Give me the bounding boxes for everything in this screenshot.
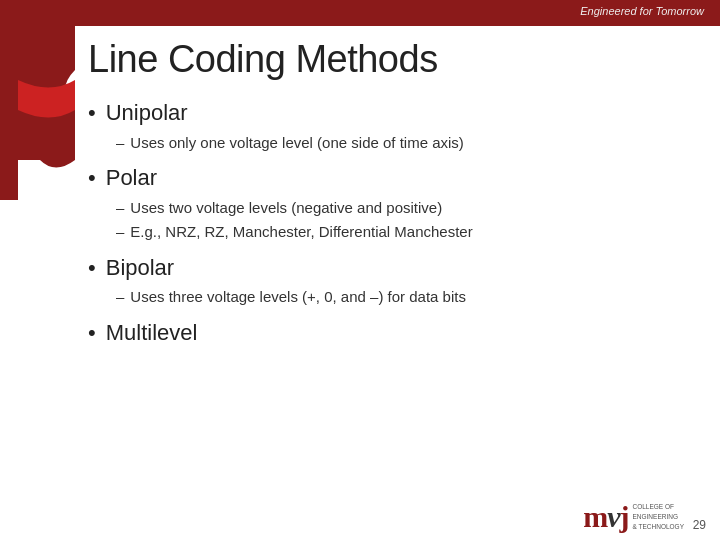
- bullet-dot-3: •: [88, 254, 96, 283]
- bullet-dot-1: •: [88, 99, 96, 128]
- bullet-multilevel: • Multilevel: [88, 319, 690, 348]
- sub-bullet-bipolar-1: – Uses three voltage levels (+, 0, and –…: [116, 286, 690, 309]
- bullet-unipolar: • Unipolar – Uses only one voltage level…: [88, 99, 690, 154]
- logo-letters: mvj: [583, 502, 628, 532]
- sub-text-polar-1: Uses two voltage levels (negative and po…: [130, 197, 442, 220]
- slide-content: Line Coding Methods • Unipolar – Uses on…: [68, 28, 720, 540]
- logo-area: mvj COLLEGE OF ENGINEERING & TECHNOLOGY: [583, 502, 684, 532]
- page-number: 29: [693, 518, 706, 532]
- bullet-dot-2: •: [88, 164, 96, 193]
- sub-bullet-unipolar-1: – Uses only one voltage level (one side …: [116, 132, 690, 155]
- bullet-label-unipolar: Unipolar: [106, 99, 188, 128]
- bullet-dot-4: •: [88, 319, 96, 348]
- bullet-polar: • Polar – Uses two voltage levels (negat…: [88, 164, 690, 244]
- sub-text-unipolar-1: Uses only one voltage level (one side of…: [130, 132, 464, 155]
- header-tagline: Engineered for Tomorrow: [580, 5, 704, 17]
- left-accent-shape: [0, 0, 75, 200]
- bullet-label-bipolar: Bipolar: [106, 254, 174, 283]
- sub-bullet-polar-2: – E.g., NRZ, RZ, Manchester, Differentia…: [116, 221, 690, 244]
- sub-text-bipolar-1: Uses three voltage levels (+, 0, and –) …: [130, 286, 466, 309]
- bullet-bipolar: • Bipolar – Uses three voltage levels (+…: [88, 254, 690, 309]
- sub-text-polar-2: E.g., NRZ, RZ, Manchester, Differential …: [130, 221, 472, 244]
- sub-bullet-polar-1: – Uses two voltage levels (negative and …: [116, 197, 690, 220]
- logo-tagline: COLLEGE OF ENGINEERING & TECHNOLOGY: [632, 502, 684, 531]
- bullet-label-polar: Polar: [106, 164, 157, 193]
- bullet-label-multilevel: Multilevel: [106, 319, 198, 348]
- slide-title: Line Coding Methods: [88, 38, 690, 81]
